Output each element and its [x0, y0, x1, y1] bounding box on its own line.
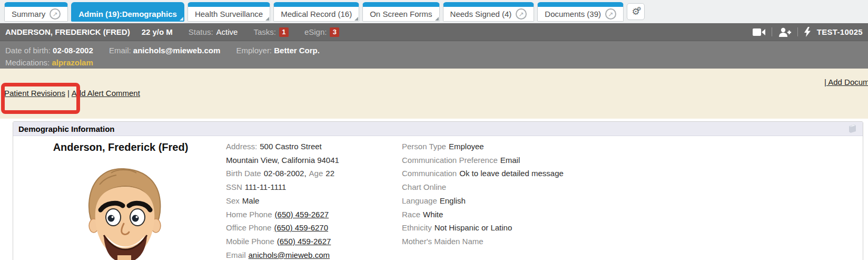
add-alert-comment-link[interactable]: Add Alert Comment: [72, 89, 140, 98]
journal-book-icon[interactable]: [847, 124, 857, 135]
field-label: Address:: [226, 142, 257, 151]
medications-label: Medications:: [5, 58, 50, 67]
tasks-count-badge[interactable]: 1: [279, 27, 289, 37]
tab-label: Documents (39): [545, 9, 601, 18]
ssn-row: SSN111-11-1111: [226, 180, 400, 194]
esign-label: eSign:: [304, 27, 327, 36]
communication-preference-row: Communication PreferenceEmail: [402, 153, 628, 167]
patient-name-header: ANDERSON, FREDERICK (FRED): [5, 27, 130, 36]
demographic-panel: Demographic Information Anderson, Freder…: [13, 121, 863, 260]
home-phone-link[interactable]: (650) 459-2627: [275, 210, 329, 219]
external-link-circle-icon[interactable]: ↗: [50, 8, 61, 20]
external-link-circle-icon[interactable]: ↗: [605, 8, 616, 20]
field-label: Sex: [226, 196, 240, 205]
dob-value: 02-08-2002: [53, 46, 93, 55]
field-label: Mobile Phone: [226, 237, 274, 246]
field-label: Race: [402, 210, 420, 219]
field-label: SSN: [226, 182, 242, 191]
field-value: Mountain View, California 94041: [226, 156, 339, 165]
alert-links: Patient Revisions|Add Alert Comment: [4, 89, 140, 98]
race-row: RaceWhite: [402, 208, 628, 222]
tab-needs-signed[interactable]: Needs Signed (4) ↗: [443, 2, 535, 22]
tab-label: Health Surveillance: [195, 9, 263, 18]
panel-title: Demographic Information: [18, 124, 115, 133]
tab-admin-demographics[interactable]: Admin (19):Demographics: [71, 2, 184, 22]
cartoon-patient-avatar: [68, 161, 180, 260]
status-label: Status:: [189, 27, 213, 36]
email-link[interactable]: anichols@mieweb.com: [249, 251, 330, 259]
demographics-right-column: Person TypeEmployee Communication Prefer…: [402, 140, 628, 248]
field-label: Office Phone: [226, 223, 271, 232]
field-value: Email: [500, 156, 520, 165]
patient-display-name: Anderson, Frederick (Fred): [32, 141, 209, 153]
email-row: Emailanichols@mieweb.com: [226, 248, 400, 260]
divider: [772, 27, 772, 36]
tab-bar: Summary ↗ Admin (19):Demographics Health…: [0, 0, 868, 23]
patient-revisions-link[interactable]: Patient Revisions: [4, 89, 65, 98]
email-label: Email:: [109, 46, 131, 55]
language-row: LanguageEnglish: [402, 194, 628, 208]
patient-age-sex: 22 y/o M: [142, 27, 173, 36]
add-person-icon[interactable]: [778, 27, 791, 37]
dropdown-fold-icon: [180, 17, 183, 21]
tab-medical-record[interactable]: Medical Record (16): [273, 2, 359, 22]
field-value: Ok to leave detailed message: [459, 169, 564, 178]
field-value: Not Hispanic or Latino: [435, 223, 512, 232]
field-value: English: [440, 196, 466, 205]
field-label: Birth Date: [226, 169, 261, 178]
field-value: Male: [242, 196, 260, 205]
field-value: 02-08-2002,: [264, 169, 307, 178]
lightning-bolt-icon[interactable]: [804, 27, 811, 37]
gears-icon-small: ⚙: [637, 6, 642, 12]
field-value: 111-11-1111: [245, 182, 286, 191]
chart-id: TEST-10025: [817, 27, 863, 36]
tab-summary[interactable]: Summary ↗: [4, 2, 68, 22]
field-value: White: [423, 210, 443, 219]
esign-count-badge[interactable]: 3: [330, 27, 339, 37]
tab-label: Medical Record (16): [281, 9, 352, 18]
link-separator: |: [65, 89, 72, 98]
office-phone-link[interactable]: (650) 459-6270: [274, 223, 328, 232]
alert-strip: Patient Revisions|Add Alert Comment | Ad…: [0, 69, 868, 119]
field-value: 22: [326, 169, 334, 178]
tab-label: On Screen Forms: [370, 9, 432, 18]
chart-online-row: Chart Online: [402, 180, 628, 194]
field-label: Language: [402, 196, 437, 205]
field-value: 500 Castro Street: [260, 142, 322, 151]
birthdate-row: Birth Date02-08-2002,Age22: [226, 167, 400, 180]
employer-label: Employer:: [236, 46, 272, 55]
video-camera-icon[interactable]: [753, 28, 765, 36]
tab-label: Summary: [12, 9, 45, 18]
add-document-link-wrap: | Add Document: [824, 78, 868, 86]
employer-value: Better Corp.: [274, 46, 320, 55]
tasks-label: Tasks:: [253, 27, 276, 36]
settings-button[interactable]: ⚙ ⚙: [627, 3, 645, 20]
address-row-2: Mountain View, California 94041: [226, 153, 400, 167]
tab-label: Admin (19):Demographics: [78, 9, 177, 18]
patient-info-bar: Date of birth: 02-08-2002 Email: anichol…: [0, 41, 868, 69]
page: Summary ↗ Admin (19):Demographics Health…: [0, 0, 868, 260]
tab-health-surveillance[interactable]: Health Surveillance: [188, 2, 270, 22]
external-link-circle-icon[interactable]: ↗: [516, 8, 527, 20]
dob-label: Date of birth:: [5, 46, 51, 55]
status-value: Active: [216, 27, 238, 36]
mothers-maiden-name-row: Mother's Maiden Name: [402, 235, 628, 248]
field-label: Email: [226, 251, 246, 259]
dropdown-fold-icon: [435, 17, 439, 21]
add-document-link[interactable]: | Add Document: [824, 78, 868, 86]
mobile-phone-link[interactable]: (650) 459-2627: [277, 237, 331, 246]
sex-row: SexMale: [226, 194, 400, 208]
tab-documents[interactable]: Documents (39) ↗: [537, 2, 624, 22]
dropdown-fold-icon: [265, 17, 269, 21]
tab-on-screen-forms[interactable]: On Screen Forms: [362, 2, 439, 22]
mobile-phone-row: Mobile Phone(650) 459-2627: [226, 235, 400, 248]
medication-value[interactable]: alprazolam: [52, 58, 93, 67]
field-label: Ethnicity: [402, 223, 432, 232]
home-phone-row: Home Phone(650) 459-2627: [226, 208, 400, 222]
person-type-row: Person TypeEmployee: [402, 140, 628, 153]
field-label: Home Phone: [226, 210, 272, 219]
divider: [797, 27, 798, 36]
field-label: Communication Preference: [402, 156, 498, 165]
address-row: Address:500 Castro Street: [226, 140, 400, 153]
ethnicity-row: EthnicityNot Hispanic or Latino: [402, 221, 628, 235]
